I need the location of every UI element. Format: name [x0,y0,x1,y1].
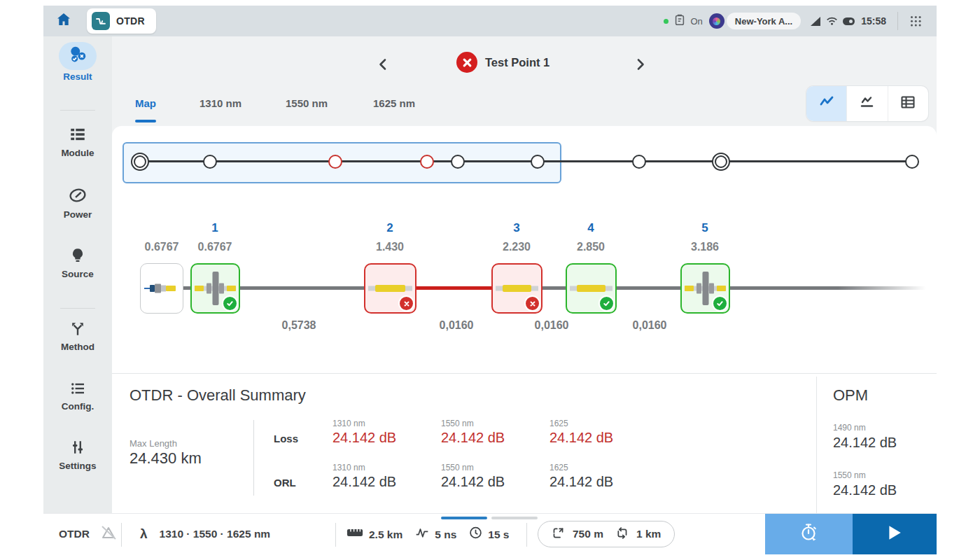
orl-wavelength: 1625 [550,463,568,472]
event-number: 1 [211,221,218,235]
sidebar-item-config[interactable]: Config. [43,378,112,412]
sidebar-item-method[interactable]: Method [43,318,112,352]
event-number: 5 [701,221,708,235]
top-bar: OTDR On New-York A... 15:58 [43,6,937,36]
tab-1310nm[interactable]: 1310 nm [200,97,241,109]
otdr-app-tab[interactable]: OTDR [87,8,156,34]
trace-view-button[interactable] [806,86,847,121]
sidebar: Result Module Power Source [43,36,112,513]
fail-cross-icon [398,295,414,312]
event-box-1[interactable] [190,263,240,314]
opm-value: 24.142 dB [833,482,897,498]
event-box-3[interactable] [491,263,542,314]
pulse-icon [415,527,429,542]
start-acquisition-button[interactable] [853,514,937,554]
event-number: 3 [513,221,519,235]
active-tab-underline [135,120,156,122]
max-length-value: 24.430 km [130,449,202,468]
loss-wavelength: 1625 [550,419,568,428]
bottombar-divider [121,523,122,547]
wavelength-selector[interactable]: λ 1310 · 1550 · 1625 nm [140,526,270,542]
table-view-button[interactable] [888,86,928,121]
trace-view-icon [818,94,835,113]
fiber-segment [183,286,190,290]
sidebar-divider [60,110,95,111]
tab-map[interactable]: Map [135,97,156,109]
main-area: Test Point 1 Map 1310 nm 1550 nm 1625 nm [112,36,937,513]
sidebar-label: Power [43,209,112,220]
app-grid-icon[interactable] [911,16,921,27]
wavelengths-value: 1310 · 1550 · 1625 nm [160,528,271,540]
sidebar-item-source[interactable]: Source [43,245,112,279]
clipboard-icon[interactable] [673,13,686,29]
opm-value: 24.142 dB [833,435,897,451]
mode-label: OTDR [59,528,90,540]
cable-lengths-selector[interactable]: 750 m 1 km [538,521,675,547]
event-box-2[interactable] [364,263,416,314]
bottombar-divider [526,523,527,547]
app-tab-label: OTDR [116,15,145,27]
cellular-signal-icon [811,17,820,26]
play-icon [887,524,902,544]
page-indicator-active[interactable] [441,517,487,519]
overview-node-plain [632,155,646,169]
range-ruler-icon [346,528,363,541]
fiber-segment [617,286,680,290]
prev-testpoint-button[interactable] [375,56,389,73]
event-distance: 3.186 [691,241,719,253]
testpoint-header: Test Point 1 [456,52,550,73]
opm-wavelength: 1490 nm [833,423,866,433]
page-indicator[interactable] [491,517,538,519]
sidebar-item-power[interactable]: Power [43,185,112,220]
pass-check-icon [222,295,238,312]
acquisition-params[interactable]: 2.5 km 5 ns 15 s [346,526,509,542]
span-value: 0,0160 [633,319,667,332]
avatar[interactable] [709,13,724,29]
sidebar-item-settings[interactable]: Settings [43,437,112,471]
fail-cross-icon [524,295,540,312]
sidebar-item-result[interactable]: Result [43,42,112,82]
sidebar-label: Settings [43,461,112,471]
tab-1625nm[interactable]: 1625 nm [373,97,415,109]
pass-check-icon [712,295,728,312]
overview-node-double [131,153,149,171]
acquisition-time-icon [469,526,482,542]
home-button[interactable] [55,12,73,30]
result-icon [67,44,88,68]
smoothed-trace-view-button[interactable] [847,86,888,121]
overview-node-plain [451,155,465,169]
table-view-icon [899,94,916,113]
online-dot [664,19,668,24]
orl-wavelength: 1550 nm [441,463,474,472]
clock-time: 15:58 [861,15,886,27]
fiber-segment-fail [416,286,491,290]
sidebar-label: Source [43,269,112,279]
smoothed-trace-view-icon [859,94,876,113]
orl-wavelength: 1310 nm [332,463,365,472]
opm-divider [816,377,817,513]
summary-vertical-divider [253,420,254,496]
module-icon [69,124,87,145]
event-distance: 1.430 [376,241,404,253]
orl-row-label: ORL [274,477,296,489]
event-box-5[interactable] [680,263,730,314]
event-box-4[interactable] [566,263,617,314]
device-name-pill[interactable]: New-York A... [727,13,801,29]
summary-divider [112,373,937,374]
mode-selector[interactable]: OTDR [59,524,118,544]
stopwatch-icon [799,522,820,546]
config-icon [69,378,86,399]
summary-title: OTDR - Overall Summary [130,386,306,405]
tab-1550nm[interactable]: 1550 nm [286,97,328,109]
method-icon [69,318,87,339]
launch-connector-box[interactable] [140,263,183,314]
timed-acquisition-button[interactable] [765,514,853,554]
next-testpoint-button[interactable] [634,56,648,73]
opm-title: OPM [833,386,868,405]
fiber-segment [240,286,364,290]
event-number: 2 [386,221,393,235]
sidebar-item-module[interactable]: Module [43,124,112,158]
lambda-icon: λ [140,526,148,542]
loss-wavelength: 1310 nm [332,419,365,428]
loss-wavelength: 1550 nm [441,419,474,428]
